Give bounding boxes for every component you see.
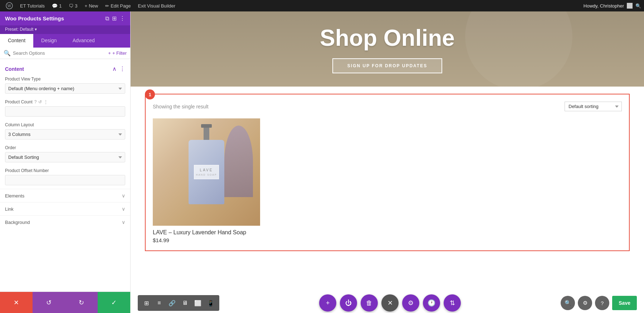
power-button[interactable]: ⏻ — [340, 294, 357, 312]
order-group: Order Default Sorting — [0, 143, 130, 166]
layout-tablet-button[interactable]: ⬜ — [192, 297, 204, 309]
check-icon: ✓ — [111, 299, 117, 307]
main-row: Woo Products Settings ⧉ ⊞ ⋮ Preset: Defa… — [0, 11, 644, 313]
comment-item[interactable]: 💬 1 — [49, 0, 64, 11]
grid-layout-icon: ⊞ — [144, 300, 149, 307]
discard-icon: ✕ — [14, 299, 19, 307]
layout-grid-button[interactable]: ⊞ — [141, 297, 152, 309]
add-module-button[interactable]: + — [319, 294, 336, 312]
help-icon[interactable]: ? — [34, 99, 37, 104]
preset-label: Preset: Default ▾ — [5, 27, 37, 32]
soap-label-sub: HAND SOAP — [196, 173, 217, 176]
undo-icon: ↺ — [46, 299, 52, 307]
layout-mobile-button[interactable]: 📱 — [205, 297, 216, 309]
product-count-label-row: Product Count ? ↺ ⋮ — [5, 99, 125, 104]
close-button[interactable]: ✕ — [381, 294, 399, 312]
preset-row[interactable]: Preset: Default ▾ — [0, 25, 130, 34]
products-module: 1 Showing the single result Default sort… — [145, 94, 630, 251]
product-card: LAVE HAND SOAP LAVE – Luxury Lavender Ha… — [153, 118, 260, 243]
filter-button[interactable]: + + Filter — [108, 50, 127, 56]
bubble-item[interactable]: 🗨 3 — [66, 0, 80, 11]
soap-pump — [204, 126, 209, 140]
section-chevron-icon[interactable]: ∧ — [112, 65, 117, 72]
redo-button[interactable]: ↻ — [65, 292, 98, 313]
discard-button[interactable]: ✕ — [0, 292, 33, 313]
toolbar-right-group: 🔍 ⚙ ? Save — [561, 296, 637, 310]
delete-button[interactable]: 🗑 — [361, 294, 378, 312]
checkmark-button[interactable]: ✓ — [98, 292, 130, 313]
bubble-count: 3 — [75, 3, 77, 9]
help-circle-button[interactable]: ? — [595, 296, 609, 310]
reset-icon[interactable]: ↺ — [38, 99, 42, 104]
hero-cta-button[interactable]: SIGN UP FOR DROP UPDATES — [332, 58, 442, 73]
more-icon[interactable]: ⋮ — [119, 15, 125, 22]
link-title: Link — [5, 206, 14, 212]
product-name: LAVE – Luxury Lavender Hand Soap — [153, 229, 260, 236]
hero-cta-label: SIGN UP FOR DROP UPDATES — [347, 63, 427, 68]
product-image: LAVE HAND SOAP — [153, 118, 260, 226]
undo-button[interactable]: ↺ — [33, 292, 65, 313]
new-item[interactable]: + New — [82, 0, 101, 11]
sort-button[interactable]: ⇅ — [444, 294, 461, 312]
order-select[interactable]: Default Sorting — [5, 152, 125, 162]
bottom-toolbar: ⊞ ≡ 🔗 🖥 ⬜ 📱 — [131, 293, 644, 313]
hero-decoration — [465, 11, 572, 87]
content-section-title: Content — [5, 66, 24, 72]
product-count-input[interactable]: 9 — [5, 106, 125, 117]
hero-title: Shop Online — [320, 25, 455, 51]
settings-button[interactable]: ⚙ — [402, 294, 419, 312]
history-icon: 🕐 — [428, 299, 435, 307]
tab-advanced[interactable]: Advanced — [65, 34, 103, 48]
layout-rows-button[interactable]: ≡ — [153, 297, 165, 309]
help-circle-icon: ? — [601, 300, 604, 306]
search-circle-button[interactable]: 🔍 — [561, 296, 575, 310]
settings-circle-button[interactable]: ⚙ — [578, 296, 592, 310]
layout-link-button[interactable]: 🔗 — [166, 297, 178, 309]
section-header-icons: ∧ ⋮ — [112, 65, 125, 72]
background-section[interactable]: Background ∨ — [0, 215, 130, 229]
bottom-bar: ✕ ↺ ↻ ✓ — [0, 292, 130, 313]
product-offset-input[interactable]: 0 — [5, 175, 125, 185]
admin-bar-right: Howdy, Christopher 🔍 — [584, 3, 641, 9]
product-view-type-label: Product View Type — [5, 77, 125, 82]
soap-label: LAVE HAND SOAP — [194, 165, 219, 179]
admin-bar: W ET Tutorials 💬 1 🗨 3 + New ✏ Edit Page… — [0, 0, 644, 11]
column-layout-select[interactable]: 3 Columns — [5, 129, 125, 140]
more-options-icon[interactable]: ⋮ — [44, 99, 48, 104]
et-tutorials-item[interactable]: ET Tutorials — [17, 0, 48, 11]
products-header: Showing the single result Default sortin… — [153, 102, 622, 111]
search-input[interactable] — [13, 50, 106, 56]
product-offset-group: Product Offset Number 0 — [0, 166, 130, 189]
edit-page-item[interactable]: ✏ Edit Page — [102, 0, 133, 11]
link-section[interactable]: Link ∨ — [0, 202, 130, 215]
search-icon[interactable]: 🔍 — [635, 3, 641, 9]
panel-header-icons: ⧉ ⊞ ⋮ — [105, 15, 125, 22]
exit-builder-item[interactable]: Exit Visual Builder — [135, 0, 179, 11]
toolbar-layout-group: ⊞ ≡ 🔗 🖥 ⬜ 📱 — [138, 295, 219, 311]
product-count-group: Product Count ? ↺ ⋮ 9 — [0, 97, 130, 120]
copy-icon[interactable]: ⧉ — [105, 15, 109, 22]
settings-circle-icon: ⚙ — [583, 300, 587, 306]
history-button[interactable]: 🕐 — [423, 294, 440, 312]
search-circle-icon: 🔍 — [565, 300, 571, 306]
lavender-decoration — [224, 126, 253, 197]
product-count-label: Product Count — [5, 99, 33, 104]
product-view-type-select[interactable]: Default (Menu ordering + name) — [5, 83, 125, 94]
layout-desktop-button[interactable]: 🖥 — [179, 297, 191, 309]
tab-design[interactable]: Design — [33, 34, 65, 48]
sort-select[interactable]: Default sorting — [565, 102, 622, 111]
product-offset-label: Product Offset Number — [5, 168, 125, 173]
grid-icon[interactable]: ⊞ — [112, 15, 117, 22]
order-label: Order — [5, 145, 125, 150]
toolbar-center-group: + ⏻ 🗑 ✕ ⚙ 🕐 — [319, 294, 461, 312]
comment-count: 1 — [59, 3, 62, 9]
tabs-row: Content Design Advanced — [0, 34, 130, 48]
wp-logo-item[interactable]: W — [3, 0, 16, 11]
elements-section[interactable]: Elements ∨ — [0, 189, 130, 202]
mobile-icon: 📱 — [207, 300, 214, 307]
section-more-icon[interactable]: ⋮ — [119, 65, 125, 72]
tab-content[interactable]: Content — [0, 34, 33, 48]
content-section-header: Content ∧ ⋮ — [0, 63, 130, 74]
save-button[interactable]: Save — [612, 296, 637, 310]
svg-text:W: W — [8, 4, 11, 8]
